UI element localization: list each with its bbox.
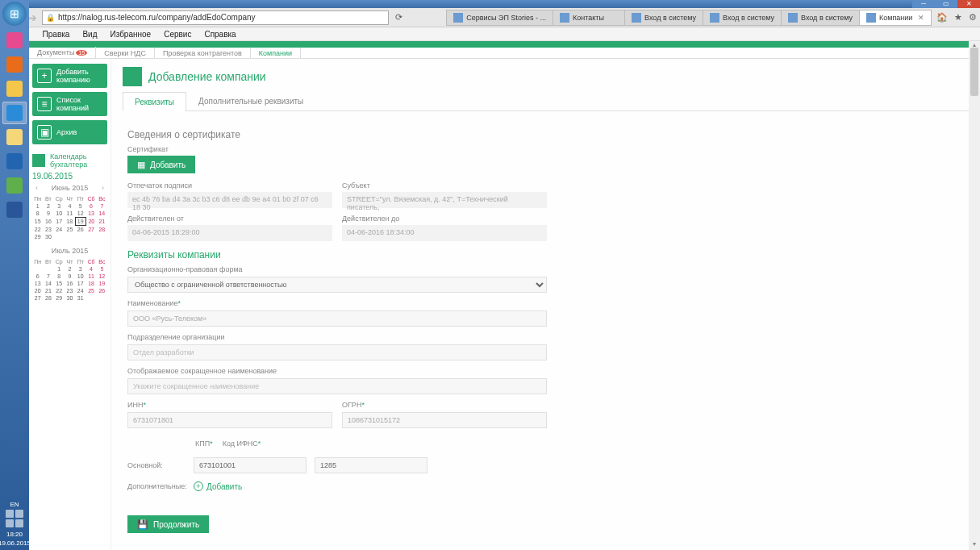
calendar-day[interactable]: 11 xyxy=(65,210,75,218)
menubar-item[interactable]: Сервис xyxy=(157,27,198,40)
gear-icon[interactable]: ⚙ xyxy=(969,12,977,23)
calendar-day[interactable]: 2 xyxy=(43,202,53,210)
tab-close[interactable]: ✕ xyxy=(918,14,924,22)
calendar-day[interactable]: 17 xyxy=(75,280,85,287)
start-button[interactable]: ⊞ xyxy=(2,2,27,26)
calendar-day[interactable]: 10 xyxy=(54,210,65,218)
calendar-day[interactable]: 22 xyxy=(54,287,65,294)
topnav-item[interactable]: Проверка контрагентов xyxy=(155,48,251,59)
calendar-day[interactable]: 6 xyxy=(32,273,43,280)
calendar-day[interactable]: 21 xyxy=(43,287,53,294)
continue-button[interactable]: 💾 Продолжить xyxy=(127,515,209,533)
add-cert-button[interactable]: ▦ Добавить xyxy=(127,156,195,173)
calendar-day[interactable]: 8 xyxy=(54,273,65,280)
calendar-day[interactable]: 4 xyxy=(65,202,75,210)
taskbar-skype[interactable] xyxy=(2,29,27,52)
taskbar-outlook[interactable] xyxy=(2,150,27,173)
menubar-item[interactable]: Вид xyxy=(76,27,103,40)
browser-tab[interactable]: Вход в систему xyxy=(781,10,860,26)
cal-next[interactable]: › xyxy=(98,184,107,192)
taskbar-icq[interactable] xyxy=(2,174,27,197)
taskbar-ie[interactable] xyxy=(2,102,27,124)
calendar-day[interactable]: 15 xyxy=(32,218,43,226)
calendar-day[interactable]: 29 xyxy=(32,233,43,240)
calendar-day[interactable]: 21 xyxy=(97,218,107,226)
shortname-input[interactable] xyxy=(127,378,547,394)
calendar-day[interactable]: 3 xyxy=(75,265,85,273)
vertical-scrollbar[interactable]: ▴ ▾ xyxy=(969,41,980,550)
calendar-day[interactable]: 1 xyxy=(54,265,65,273)
topnav-item[interactable]: Компании xyxy=(251,48,301,59)
tray-language[interactable]: EN xyxy=(10,501,19,508)
calendar-day[interactable]: 15 xyxy=(54,280,65,287)
calendar-day[interactable]: 5 xyxy=(97,265,107,273)
window-maximize[interactable]: ▭ xyxy=(935,0,957,8)
calendar-day[interactable] xyxy=(32,265,43,273)
calendar-day[interactable]: 28 xyxy=(97,226,107,234)
ifns-input[interactable] xyxy=(315,457,427,473)
calendar-day[interactable]: 19 xyxy=(97,280,107,287)
inn-input[interactable] xyxy=(127,412,332,428)
calendar-day[interactable]: 12 xyxy=(97,273,107,280)
org-form-select[interactable]: Общество с ограниченной ответственностью xyxy=(127,277,547,293)
add-kpp-button[interactable]: + Добавить xyxy=(194,481,242,491)
calendar-day[interactable]: 29 xyxy=(54,294,65,302)
calendar-day[interactable] xyxy=(65,233,75,240)
tray-time[interactable]: 18:20 xyxy=(6,531,23,538)
tray-icons[interactable] xyxy=(2,510,27,527)
sidebar-button[interactable]: +Добавить компанию xyxy=(32,64,107,88)
calendar-day[interactable]: 26 xyxy=(97,287,107,294)
calendar-day[interactable] xyxy=(43,265,53,273)
window-minimize[interactable]: ─ xyxy=(912,0,935,8)
calendar-day[interactable]: 7 xyxy=(43,273,53,280)
scroll-down[interactable]: ▾ xyxy=(969,540,980,550)
home-icon[interactable]: 🏠 xyxy=(936,12,948,23)
calendar-day[interactable]: 28 xyxy=(43,294,53,302)
menubar-item[interactable]: Справка xyxy=(198,27,242,40)
calendar-day[interactable]: 27 xyxy=(85,226,96,234)
calendar-day[interactable]: 14 xyxy=(97,210,107,218)
calendar-day[interactable]: 22 xyxy=(32,226,43,234)
calendar-day[interactable]: 25 xyxy=(85,287,96,294)
form-tab[interactable]: Дополнительные реквизиты xyxy=(186,91,315,110)
calendar-day[interactable] xyxy=(85,294,96,302)
calendar-day[interactable]: 6 xyxy=(85,202,96,210)
calendar-day[interactable]: 12 xyxy=(75,210,85,218)
favorite-icon[interactable]: ★ xyxy=(954,12,962,23)
calendar-day[interactable]: 10 xyxy=(75,273,85,280)
calendar-day[interactable]: 24 xyxy=(54,226,65,234)
subdivision-input[interactable] xyxy=(127,344,547,360)
menubar-item[interactable]: Правка xyxy=(36,27,77,40)
browser-tab[interactable]: Вход в систему xyxy=(703,10,782,26)
calendar-day[interactable]: 14 xyxy=(43,280,53,287)
calendar-day[interactable] xyxy=(54,233,65,240)
browser-tab[interactable]: Контакты xyxy=(553,10,625,26)
calendar-day[interactable]: 26 xyxy=(75,226,85,234)
calendar-day[interactable]: 18 xyxy=(65,218,75,226)
sidebar-button[interactable]: ≡Список компаний xyxy=(32,92,107,116)
form-tab[interactable]: Реквизиты xyxy=(123,92,186,111)
calendar-day[interactable]: 18 xyxy=(85,280,96,287)
calendar-day[interactable]: 19 xyxy=(75,218,85,226)
window-close[interactable]: ✕ xyxy=(957,0,980,8)
calendar-day[interactable]: 11 xyxy=(85,273,96,280)
calendar-day[interactable]: 3 xyxy=(54,202,65,210)
calendar-day[interactable]: 5 xyxy=(75,202,85,210)
calendar-day[interactable]: 20 xyxy=(32,287,43,294)
calendar-day[interactable]: 9 xyxy=(65,273,75,280)
calendar-day[interactable]: 24 xyxy=(75,287,85,294)
calendar-day[interactable] xyxy=(97,294,107,302)
topnav-item[interactable]: Документы15 xyxy=(29,47,96,59)
calendar-day[interactable] xyxy=(97,233,107,240)
calendar-day[interactable]: 13 xyxy=(32,280,43,287)
topnav-item[interactable]: Сверки НДС xyxy=(96,48,155,59)
browser-tab[interactable]: Вход в систему xyxy=(624,10,703,26)
taskbar-word[interactable] xyxy=(2,198,27,221)
kpp-input[interactable] xyxy=(194,457,307,473)
calendar-day[interactable]: 2 xyxy=(65,265,75,273)
calendar-day[interactable]: 9 xyxy=(43,210,53,218)
calendar-day[interactable]: 8 xyxy=(32,210,43,218)
calendar-2[interactable]: ПнВтСрЧтПтСбВс12345678910111213141516171… xyxy=(32,258,107,302)
sidebar-button[interactable]: ▣Архив xyxy=(32,120,107,144)
calendar-day[interactable]: 13 xyxy=(85,210,96,218)
